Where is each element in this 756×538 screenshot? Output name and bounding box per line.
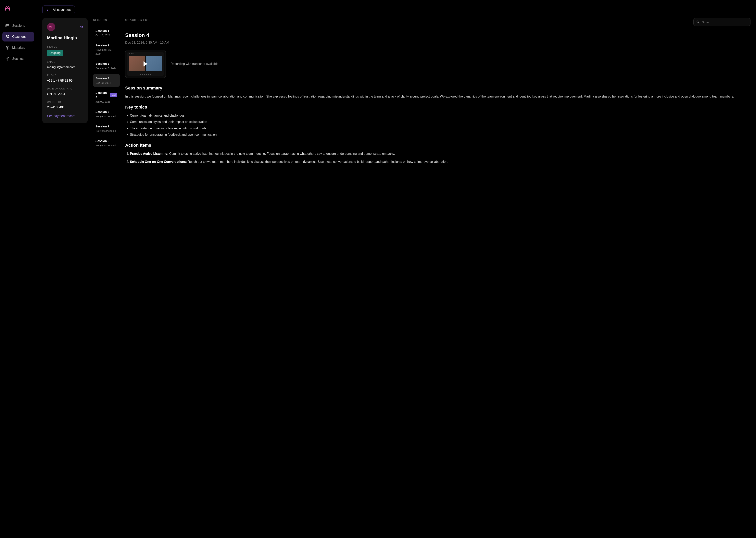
session-item-title: Session 8 xyxy=(95,139,117,143)
sidebar-item-label: Sessions xyxy=(12,24,25,28)
coachees-icon xyxy=(5,34,9,39)
sidebar-item-settings[interactable]: Settings xyxy=(2,54,34,64)
email-value: mhingis@email.com xyxy=(47,65,83,70)
session-item-date: Dec 23, 2024 xyxy=(95,81,117,85)
topics-list: Current team dynamics and challengesComm… xyxy=(125,113,750,137)
sidebar: Sessions Coachees Materials Settings xyxy=(0,0,37,538)
svg-point-5 xyxy=(7,58,8,59)
contract-label: DATE OF CONTRACT xyxy=(47,87,83,90)
search-input[interactable] xyxy=(702,21,747,24)
session-item-date: November 15, 2024 xyxy=(95,48,117,56)
phone-value: +33 1 47 58 32 99 xyxy=(47,78,83,83)
sidebar-item-materials[interactable]: Materials xyxy=(2,43,34,52)
session-column-title: SESSION xyxy=(93,18,120,22)
summary-text: In this session, we focused on Martina's… xyxy=(125,94,750,99)
topic-item: Strategies for encouraging feedback and … xyxy=(130,132,750,137)
edit-link[interactable]: Edit xyxy=(78,25,83,29)
session-item[interactable]: Session 2November 15, 2024 xyxy=(93,41,120,58)
coachee-name: Martina Hingis xyxy=(47,34,83,41)
actions-list: Practice Active Listening: Commit to usi… xyxy=(125,151,750,164)
svg-point-3 xyxy=(6,35,7,36)
video-controls-icon xyxy=(127,74,163,75)
session-item-title: Session 1 xyxy=(95,29,117,33)
svg-point-4 xyxy=(8,35,9,36)
session-item-date: Jan 03, 2025 xyxy=(95,100,117,104)
action-item: Schedule One-on-One Conversations: Reach… xyxy=(130,159,750,164)
app-logo xyxy=(4,5,34,13)
session-title: Session 4 xyxy=(125,31,750,39)
session-item[interactable]: Session 6Not yet scheduled xyxy=(93,108,120,120)
action-item: Practice Active Listening: Commit to usi… xyxy=(130,151,750,156)
coachee-card: MH Edit Martina Hingis STATUS Ongoing EM… xyxy=(42,18,88,123)
svg-line-8 xyxy=(699,23,700,24)
uid-value: 2024100401 xyxy=(47,105,83,110)
session-item[interactable]: Session 3December 5, 2024 xyxy=(93,60,120,72)
session-item-date: Not yet scheduled xyxy=(95,143,117,147)
session-item-title: Session 3 xyxy=(95,62,117,66)
session-item[interactable]: Session 8Not yet scheduled xyxy=(93,137,120,149)
session-item-date: Not yet scheduled xyxy=(95,129,117,133)
svg-point-7 xyxy=(697,21,699,23)
session-item-title: Session 2 xyxy=(95,43,117,48)
next-badge: Next xyxy=(110,93,117,97)
session-item-title: Session 7 xyxy=(95,124,117,129)
payment-record-link[interactable]: See payment record xyxy=(47,114,83,118)
sidebar-item-label: Settings xyxy=(12,56,24,61)
play-icon xyxy=(144,61,148,67)
log-column-title: COACHING LOG xyxy=(125,18,150,22)
coaching-log: COACHING LOG Session 4 Dec 23, 2024, 9:3… xyxy=(125,18,750,169)
session-item-title: Session 4 xyxy=(95,76,117,81)
sessions-icon xyxy=(5,24,9,28)
topic-item: Current team dynamics and challenges xyxy=(130,113,750,118)
session-item[interactable]: Session 4Dec 23, 2024 xyxy=(93,74,120,87)
avatar: MH xyxy=(47,23,55,31)
status-badge: Ongoing xyxy=(47,50,63,56)
session-item-title: Session 5Next xyxy=(95,91,117,99)
back-button-label: All coachees xyxy=(53,8,71,12)
topic-item: The importance of setting clear expectat… xyxy=(130,126,750,131)
settings-icon xyxy=(5,57,9,61)
status-label: STATUS xyxy=(47,45,83,49)
main-content: All coachees MH Edit Martina Hingis STAT… xyxy=(37,0,756,538)
topics-heading: Key topics xyxy=(125,104,750,110)
session-item-date: Oct 10, 2024 xyxy=(95,33,117,37)
session-item[interactable]: Session 7Not yet scheduled xyxy=(93,122,120,135)
session-item-date: December 5, 2024 xyxy=(95,67,117,70)
window-dots-icon xyxy=(129,53,134,54)
sidebar-item-coachees[interactable]: Coachees xyxy=(2,32,34,41)
materials-icon xyxy=(5,46,9,50)
contract-value: Oct 04, 2024 xyxy=(47,92,83,96)
search-input-wrapper[interactable] xyxy=(693,18,750,26)
sidebar-item-label: Materials xyxy=(12,45,25,50)
email-label: EMAIL xyxy=(47,60,83,64)
video-caption: Recording with transcript available xyxy=(170,62,219,66)
svg-rect-0 xyxy=(6,25,9,27)
sidebar-item-label: Coachees xyxy=(12,34,27,39)
uid-label: UNIQUE ID xyxy=(47,100,83,104)
topic-item: Communication styles and their impact on… xyxy=(130,119,750,125)
actions-heading: Action items xyxy=(125,142,750,148)
session-item-date: Not yet scheduled xyxy=(95,114,117,118)
session-item-title: Session 6 xyxy=(95,110,117,114)
session-list: SESSION Session 1Oct 10, 2024Session 2No… xyxy=(93,18,120,151)
summary-heading: Session summary xyxy=(125,85,750,91)
arrow-left-icon xyxy=(46,8,50,11)
session-item[interactable]: Session 5NextJan 03, 2025 xyxy=(93,89,120,106)
sidebar-item-sessions[interactable]: Sessions xyxy=(2,21,34,30)
video-thumbnail[interactable] xyxy=(125,50,166,78)
search-icon xyxy=(696,20,700,24)
phone-label: PHONE xyxy=(47,74,83,77)
session-time: Dec 23, 2024, 9:30 AM - 10:AM xyxy=(125,40,750,45)
session-item[interactable]: Session 1Oct 10, 2024 xyxy=(93,27,120,39)
back-button[interactable]: All coachees xyxy=(42,6,75,14)
